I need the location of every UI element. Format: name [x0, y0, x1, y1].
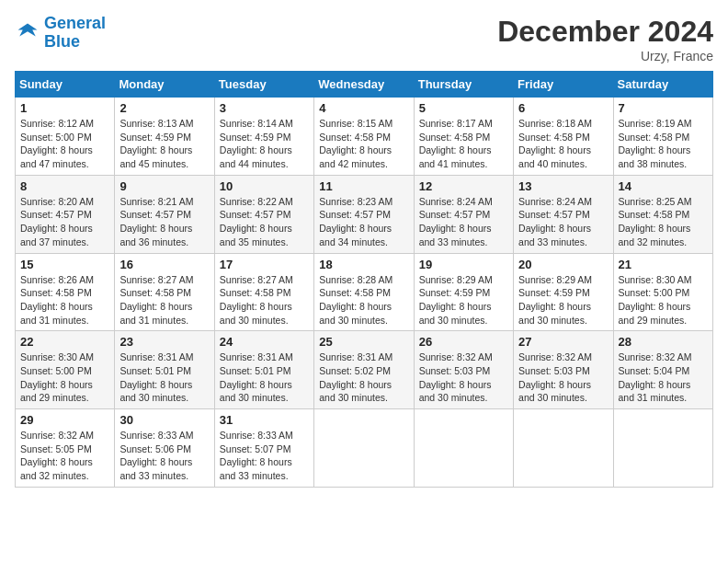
day-number: 13: [518, 179, 608, 193]
calendar-cell: [414, 409, 513, 488]
calendar-cell: 17 Sunrise: 8:27 AMSunset: 4:58 PMDaylig…: [214, 253, 313, 331]
calendar-header-sunday: Sunday: [16, 72, 115, 98]
cell-info: Sunrise: 8:29 AMSunset: 4:59 PMDaylight:…: [419, 274, 493, 326]
day-number: 15: [20, 258, 109, 271]
calendar-cell: 7 Sunrise: 8:19 AMSunset: 4:58 PMDayligh…: [613, 98, 712, 176]
cell-info: Sunrise: 8:27 AMSunset: 4:58 PMDaylight:…: [220, 274, 293, 326]
day-number: 9: [119, 179, 209, 193]
day-number: 8: [20, 179, 109, 193]
calendar-cell: 9 Sunrise: 8:21 AMSunset: 4:57 PMDayligh…: [115, 175, 214, 253]
cell-info: Sunrise: 8:12 AMSunset: 5:00 PMDaylight:…: [20, 118, 94, 169]
day-number: 6: [518, 101, 608, 115]
logo-text: General Blue: [44, 15, 106, 52]
logo: General Blue: [15, 15, 106, 52]
calendar-cell: 8 Sunrise: 8:20 AMSunset: 4:57 PMDayligh…: [16, 175, 115, 253]
calendar-cell: 4 Sunrise: 8:15 AMSunset: 4:58 PMDayligh…: [314, 98, 414, 176]
cell-info: Sunrise: 8:31 AMSunset: 5:01 PMDaylight:…: [119, 351, 193, 403]
day-number: 4: [319, 101, 408, 115]
day-number: 25: [319, 335, 408, 349]
calendar-header-thursday: Thursday: [414, 72, 513, 98]
calendar-header-monday: Monday: [115, 72, 214, 98]
calendar-cell: 13 Sunrise: 8:24 AMSunset: 4:57 PMDaylig…: [514, 175, 613, 253]
location: Urzy, France: [497, 49, 713, 63]
calendar-cell: 21 Sunrise: 8:30 AMSunset: 5:00 PMDaylig…: [613, 253, 712, 331]
cell-info: Sunrise: 8:28 AMSunset: 4:58 PMDaylight:…: [319, 274, 392, 326]
day-number: 30: [119, 413, 209, 427]
day-number: 20: [518, 258, 608, 271]
cell-info: Sunrise: 8:33 AMSunset: 5:06 PMDaylight:…: [119, 430, 193, 481]
cell-info: Sunrise: 8:26 AMSunset: 4:58 PMDaylight:…: [20, 274, 94, 326]
calendar-cell: 18 Sunrise: 8:28 AMSunset: 4:58 PMDaylig…: [314, 253, 414, 331]
calendar-cell: 15 Sunrise: 8:26 AMSunset: 4:58 PMDaylig…: [16, 253, 115, 331]
cell-info: Sunrise: 8:14 AMSunset: 4:59 PMDaylight:…: [220, 118, 293, 169]
day-number: 1: [20, 101, 109, 115]
day-number: 12: [419, 179, 508, 193]
calendar-week-row: 15 Sunrise: 8:26 AMSunset: 4:58 PMDaylig…: [16, 253, 713, 331]
calendar-cell: 2 Sunrise: 8:13 AMSunset: 4:59 PMDayligh…: [115, 98, 214, 176]
cell-info: Sunrise: 8:23 AMSunset: 4:57 PMDaylight:…: [319, 196, 392, 247]
day-number: 19: [419, 258, 508, 271]
day-number: 28: [619, 335, 708, 349]
calendar-cell: 23 Sunrise: 8:31 AMSunset: 5:01 PMDaylig…: [115, 331, 214, 409]
day-number: 11: [319, 179, 408, 193]
day-number: 7: [619, 101, 708, 115]
calendar-cell: 16 Sunrise: 8:27 AMSunset: 4:58 PMDaylig…: [115, 253, 214, 331]
calendar-cell: [514, 409, 613, 488]
calendar-cell: 24 Sunrise: 8:31 AMSunset: 5:01 PMDaylig…: [214, 331, 313, 409]
cell-info: Sunrise: 8:20 AMSunset: 4:57 PMDaylight:…: [20, 196, 94, 247]
calendar-cell: 5 Sunrise: 8:17 AMSunset: 4:58 PMDayligh…: [414, 98, 513, 176]
cell-info: Sunrise: 8:17 AMSunset: 4:58 PMDaylight:…: [419, 118, 493, 169]
cell-info: Sunrise: 8:31 AMSunset: 5:01 PMDaylight:…: [220, 351, 293, 403]
cell-info: Sunrise: 8:27 AMSunset: 4:58 PMDaylight:…: [119, 274, 193, 326]
calendar-week-row: 1 Sunrise: 8:12 AMSunset: 5:00 PMDayligh…: [16, 98, 713, 176]
cell-info: Sunrise: 8:32 AMSunset: 5:03 PMDaylight:…: [419, 351, 493, 403]
cell-info: Sunrise: 8:19 AMSunset: 4:58 PMDaylight:…: [619, 118, 692, 169]
calendar-header-saturday: Saturday: [613, 72, 712, 98]
calendar-week-row: 29 Sunrise: 8:32 AMSunset: 5:05 PMDaylig…: [16, 409, 713, 488]
calendar-cell: 30 Sunrise: 8:33 AMSunset: 5:06 PMDaylig…: [115, 409, 214, 488]
calendar-cell: [613, 409, 712, 488]
page-header: General Blue December 2024 Urzy, France: [15, 15, 713, 63]
calendar-body: 1 Sunrise: 8:12 AMSunset: 5:00 PMDayligh…: [16, 98, 713, 488]
calendar-cell: 3 Sunrise: 8:14 AMSunset: 4:59 PMDayligh…: [214, 98, 313, 176]
calendar-cell: 11 Sunrise: 8:23 AMSunset: 4:57 PMDaylig…: [314, 175, 414, 253]
cell-info: Sunrise: 8:31 AMSunset: 5:02 PMDaylight:…: [319, 351, 392, 403]
calendar-cell: 10 Sunrise: 8:22 AMSunset: 4:57 PMDaylig…: [214, 175, 313, 253]
day-number: 3: [220, 101, 309, 115]
month-title: December 2024: [497, 15, 713, 49]
day-number: 26: [419, 335, 508, 349]
logo-icon: [15, 20, 40, 46]
day-number: 2: [119, 101, 209, 115]
cell-info: Sunrise: 8:29 AMSunset: 4:59 PMDaylight:…: [518, 274, 592, 326]
calendar-header-wednesday: Wednesday: [314, 72, 414, 98]
calendar-cell: 27 Sunrise: 8:32 AMSunset: 5:03 PMDaylig…: [514, 331, 613, 409]
cell-info: Sunrise: 8:33 AMSunset: 5:07 PMDaylight:…: [220, 430, 293, 481]
day-number: 18: [319, 258, 408, 271]
calendar-cell: [314, 409, 414, 488]
title-area: December 2024 Urzy, France: [497, 15, 713, 63]
cell-info: Sunrise: 8:32 AMSunset: 5:05 PMDaylight:…: [20, 430, 94, 481]
calendar-cell: 25 Sunrise: 8:31 AMSunset: 5:02 PMDaylig…: [314, 331, 414, 409]
cell-info: Sunrise: 8:24 AMSunset: 4:57 PMDaylight:…: [419, 196, 493, 247]
calendar-cell: 20 Sunrise: 8:29 AMSunset: 4:59 PMDaylig…: [514, 253, 613, 331]
day-number: 23: [119, 335, 209, 349]
cell-info: Sunrise: 8:30 AMSunset: 5:00 PMDaylight:…: [619, 274, 692, 326]
calendar-cell: 28 Sunrise: 8:32 AMSunset: 5:04 PMDaylig…: [613, 331, 712, 409]
day-number: 5: [419, 101, 508, 115]
calendar-cell: 22 Sunrise: 8:30 AMSunset: 5:00 PMDaylig…: [16, 331, 115, 409]
cell-info: Sunrise: 8:32 AMSunset: 5:04 PMDaylight:…: [619, 351, 692, 403]
day-number: 24: [220, 335, 309, 349]
calendar-week-row: 8 Sunrise: 8:20 AMSunset: 4:57 PMDayligh…: [16, 175, 713, 253]
calendar-week-row: 22 Sunrise: 8:30 AMSunset: 5:00 PMDaylig…: [16, 331, 713, 409]
day-number: 27: [518, 335, 608, 349]
calendar-cell: 6 Sunrise: 8:18 AMSunset: 4:58 PMDayligh…: [514, 98, 613, 176]
cell-info: Sunrise: 8:15 AMSunset: 4:58 PMDaylight:…: [319, 118, 392, 169]
day-number: 31: [220, 413, 309, 427]
day-number: 22: [20, 335, 109, 349]
cell-info: Sunrise: 8:32 AMSunset: 5:03 PMDaylight:…: [518, 351, 592, 403]
cell-info: Sunrise: 8:30 AMSunset: 5:00 PMDaylight:…: [20, 351, 94, 403]
calendar-cell: 31 Sunrise: 8:33 AMSunset: 5:07 PMDaylig…: [214, 409, 313, 488]
calendar-cell: 12 Sunrise: 8:24 AMSunset: 4:57 PMDaylig…: [414, 175, 513, 253]
day-number: 17: [220, 258, 309, 271]
day-number: 16: [119, 258, 209, 271]
